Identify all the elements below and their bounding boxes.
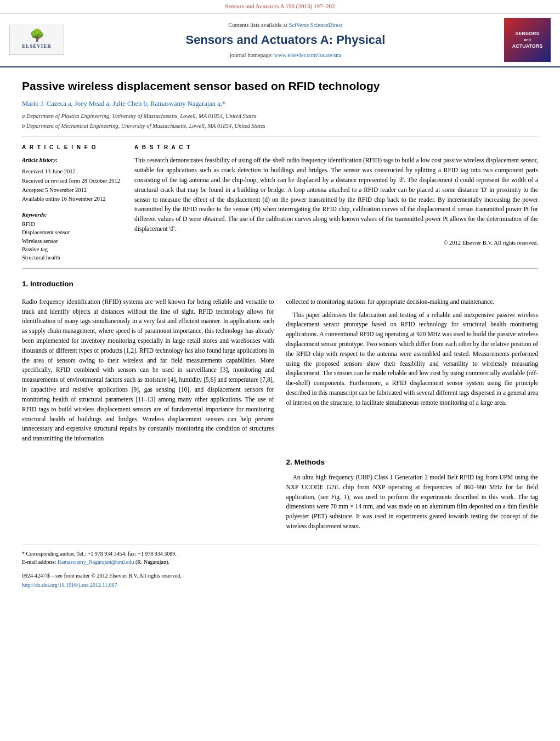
keyword-4: Passive tag [22,245,123,253]
journal-header: 🌳 ELSEVIER Contents lists available at S… [0,14,560,67]
accepted-date: Accepted 5 November 2012 [22,186,123,195]
authors: Mario J. Cazeca a, Joey Mead a, Julie Ch… [22,99,538,109]
available-date: Available online 16 November 2012 [22,195,123,204]
revised-date: Received in revised form 28 October 2012 [22,177,123,186]
history-label: Article history: [22,156,123,165]
badge-line1: SENSORS [515,30,539,37]
section-1-heading: Introduction [30,280,73,288]
section-1-number: 1. [22,280,28,288]
sciverse-link[interactable]: SciVerse ScienceDirect [289,22,342,28]
article-history: Article history: Received 13 June 2012 R… [22,156,123,204]
section-2-heading: Methods [295,458,325,466]
section-2-body: 2. Methods An ultra high frequency (UHF)… [22,457,538,535]
info-abstract-section: A R T I C L E I N F O Article history: R… [22,144,538,262]
section-2-col1 [22,457,274,535]
article-info-heading: A R T I C L E I N F O [22,144,123,152]
keyword-1: RFID [22,220,123,228]
homepage-text: journal homepage: [230,52,274,58]
email-line: E-mail address: Ramaswamy_Nagarajan@uml.… [22,558,538,566]
doi-link[interactable]: http://dx.doi.org/10.1016/j.sna.2012.11.… [22,582,117,588]
sciverse-line: Contents lists available at SciVerse Sci… [72,21,499,29]
badge-line2: ACTUATORS [512,43,543,50]
section-1-title: 1. Introduction [22,279,538,290]
badge-and: and [524,37,530,43]
journal-citation: Sensors and Actuators A 190 (2013) 197–2… [225,3,335,9]
section-2-number: 2. [286,458,292,466]
section-1-col2: collected to monitoring stations for app… [286,297,539,447]
section-2-col2: 2. Methods An ultra high frequency (UHF)… [286,457,539,535]
corresponding-author: * Corresponding author. Tel.: +1 978 934… [22,550,538,558]
elsevier-logo-box: 🌳 ELSEVIER [9,25,64,55]
journal-title-area: Contents lists available at SciVerse Sci… [72,21,499,59]
section-2-title: 2. Methods [286,457,539,468]
keyword-2: Displacement sensor [22,228,123,236]
section-1-para-2: collected to monitoring stations for app… [286,297,539,307]
section-1-col1: Radio frequency identification (RFID) sy… [22,297,274,447]
email-suffix: (R. Nagarajan). [135,559,169,565]
section-1-body: Radio frequency identification (RFID) sy… [22,297,538,447]
doi-line: http://dx.doi.org/10.1016/j.sna.2012.11.… [22,581,538,589]
article-info-col: A R T I C L E I N F O Article history: R… [22,144,123,262]
section-1: 1. Introduction Radio frequency identifi… [22,279,538,447]
elsevier-tree-icon: 🌳 [30,30,44,42]
section-1-para-3: This paper addresses the fabrication and… [286,310,539,408]
abstract-col: A B S T R A C T This research demonstrat… [134,144,538,262]
received-date: Received 13 June 2012 [22,167,123,177]
homepage-link[interactable]: www.elsevier.com/locate/sna [274,52,341,58]
keyword-5: Structural health [22,253,123,262]
journal-badge-right: SENSORS and ACTUATORS [504,18,553,62]
keywords-label: Keywords: [22,212,47,218]
section-2-para-1: An ultra high frequency (UHF) Class 1 Ge… [286,473,539,531]
article-footer: 0924-4247/$ – see front matter © 2012 El… [22,572,538,589]
abstract-heading: A B S T R A C T [134,144,538,152]
copyright-line: © 2012 Elsevier B.V. All rights reserved… [134,239,538,247]
affiliation-b: b Department of Mechanical Engineering, … [22,122,538,130]
issn-line: 0924-4247/$ – see front matter © 2012 El… [22,572,538,580]
divider-after-abstract [22,268,538,269]
elsevier-logo-container: 🌳 ELSEVIER [7,25,67,55]
homepage-line: journal homepage: www.elsevier.com/locat… [72,51,499,59]
email-label: E-mail address: [22,559,58,565]
abstract-text: This research demonstrates feasibility o… [134,156,538,234]
journal-main-title: Sensors and Actuators A: Physical [72,31,499,49]
section-1-para-1: Radio frequency identification (RFID) sy… [22,297,274,444]
article-container: Passive wireless displacement sensor bas… [0,67,560,600]
sensors-badge: SENSORS and ACTUATORS [504,18,551,62]
keywords-section: Keywords: RFID Displacement sensor Wirel… [22,210,123,262]
divider-after-affiliations [22,137,538,137]
keyword-3: Wireless sensor [22,237,123,245]
affiliation-a: a Department of Plastics Engineering, Un… [22,112,538,120]
email-link[interactable]: Ramaswamy_Nagarajan@uml.edu [58,559,134,565]
journal-top-bar: Sensors and Actuators A 190 (2013) 197–2… [0,0,560,14]
elsevier-wordmark: ELSEVIER [22,43,52,50]
elsevier-logo: 🌳 ELSEVIER [7,25,67,55]
article-title: Passive wireless displacement sensor bas… [22,78,538,93]
section-2: 2. Methods An ultra high frequency (UHF)… [22,457,538,535]
footnotes-section: * Corresponding author. Tel.: +1 978 934… [22,545,538,566]
contents-text: Contents lists available at [228,22,289,28]
